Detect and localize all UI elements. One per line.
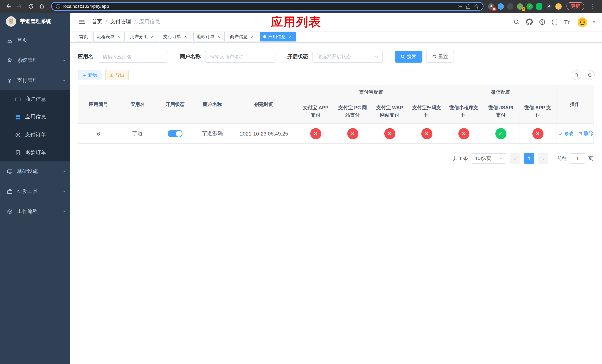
trash-icon bbox=[579, 131, 583, 136]
sidebar-item-refund-orders[interactable]: 退款订单 bbox=[0, 144, 70, 161]
prev-page-button[interactable]: ‹ bbox=[510, 153, 520, 164]
extension-green-badge-icon[interactable]: 1 bbox=[517, 3, 523, 10]
sidebar-item-pay-orders[interactable]: 支付订单 bbox=[0, 126, 70, 144]
extension-check-icon[interactable]: ✓ bbox=[527, 3, 533, 10]
github-icon[interactable] bbox=[526, 19, 533, 25]
toggle-search-button[interactable] bbox=[572, 70, 581, 80]
status-label: 开启状态 bbox=[287, 53, 308, 60]
table-row: 6 芋道 芋道源码 2021-10-23 08:49:25 × × × × × bbox=[78, 124, 593, 143]
goto-page-input[interactable] bbox=[570, 153, 585, 164]
font-size-icon[interactable]: TT bbox=[564, 19, 570, 25]
tab-process-form[interactable]: 流程表单 × bbox=[93, 32, 125, 42]
sidebar-item-workflow[interactable]: 工作流程 bbox=[0, 202, 70, 221]
page-number-button[interactable]: 1 bbox=[524, 153, 534, 164]
avatar-caret-icon[interactable]: ▼ bbox=[592, 20, 596, 24]
bookmark-star-icon[interactable] bbox=[473, 3, 479, 9]
browser-update-button[interactable]: 更新 bbox=[567, 2, 584, 10]
col-header-actions: 操作 bbox=[556, 85, 593, 124]
extensions-area: 10 1 ✓ 更新 ⋮ bbox=[488, 2, 598, 10]
extension-avatar-icon[interactable] bbox=[555, 3, 562, 10]
search-button[interactable]: 搜索 bbox=[395, 51, 422, 63]
tab-refund-orders[interactable]: 退款订单 × bbox=[193, 32, 225, 42]
refresh-table-button[interactable] bbox=[585, 70, 595, 80]
extension-puzzle-icon[interactable]: 10 bbox=[488, 3, 494, 10]
export-button[interactable]: 导出 bbox=[105, 70, 129, 80]
sidebar-item-system[interactable]: ⚙ 系统管理 bbox=[0, 50, 70, 70]
sidebar-item-merchant-info[interactable]: 商户信息 bbox=[0, 90, 70, 108]
breadcrumb-home[interactable]: 首页 bbox=[92, 19, 102, 25]
close-icon[interactable]: × bbox=[150, 34, 155, 39]
tab-label: 首页 bbox=[79, 33, 88, 40]
close-icon[interactable]: × bbox=[288, 34, 293, 39]
screen: localhost:1024/pay/app 10 1 ✓ bbox=[0, 0, 602, 364]
cell-app-id: 6 bbox=[78, 124, 119, 143]
breadcrumb-current: 应用信息 bbox=[139, 19, 160, 25]
back-icon[interactable] bbox=[4, 1, 13, 11]
extension-wechat-icon[interactable] bbox=[536, 3, 542, 10]
alipay-app-status-icon: × bbox=[310, 128, 321, 139]
next-page-button[interactable]: › bbox=[538, 153, 548, 164]
chevron-down-icon bbox=[375, 55, 379, 59]
forward-icon[interactable] bbox=[15, 1, 24, 11]
close-icon[interactable]: × bbox=[249, 34, 255, 39]
help-icon[interactable] bbox=[539, 19, 545, 25]
reset-button[interactable]: 重置 bbox=[426, 51, 454, 63]
tab-home[interactable]: 首页 bbox=[76, 32, 91, 42]
sidebar-item-app-info[interactable]: 应用信息 bbox=[0, 108, 70, 126]
sidebar-item-label: 支付管理 bbox=[17, 77, 57, 84]
tab-user-group[interactable]: 用户分组 × bbox=[127, 32, 158, 42]
pencil-icon bbox=[559, 131, 563, 136]
pagination: 共 1 条 10条/页 ‹ 1 › 前往 页 bbox=[78, 153, 593, 164]
col-header-alipay-pc: 支付宝 PC 网站支付 bbox=[334, 99, 371, 124]
col-header-app-id: 应用编号 bbox=[78, 85, 119, 124]
tab-pay-orders[interactable]: 支付订单 × bbox=[160, 32, 191, 42]
close-icon[interactable]: × bbox=[116, 34, 121, 39]
sidebar-item-dev-tools[interactable]: 研发工具 bbox=[0, 182, 70, 202]
tab-app-info[interactable]: 应用信息 × bbox=[260, 32, 296, 42]
reload-icon[interactable] bbox=[26, 1, 35, 11]
password-key-icon[interactable] bbox=[457, 3, 463, 9]
app-name-input[interactable] bbox=[98, 51, 168, 63]
app-logo-row[interactable]: 芋道管理系统 bbox=[0, 13, 70, 30]
sidebar-item-infrastructure[interactable]: 基础设施 bbox=[0, 161, 70, 182]
extension-dark-icon[interactable] bbox=[507, 3, 514, 10]
edit-link[interactable]: 修改 bbox=[559, 130, 573, 137]
col-header-wechat-jsapi: 微信 JSAPI 支付 bbox=[482, 99, 519, 124]
wechat-jsapi-status-icon: ✓ bbox=[495, 128, 506, 139]
enabled-toggle[interactable] bbox=[168, 130, 182, 137]
share-icon[interactable] bbox=[465, 3, 471, 9]
url-bar[interactable]: localhost:1024/pay/app bbox=[51, 2, 484, 11]
tab-merchant-info[interactable]: 商户信息 × bbox=[226, 32, 258, 42]
group-header-wechat: 微信配置 bbox=[445, 85, 556, 99]
sidebar: 芋道管理系统 首页 ⚙ 系统管理 ¥ 支付管理 bbox=[0, 13, 70, 364]
close-icon[interactable]: × bbox=[183, 34, 188, 39]
chevron-up-icon bbox=[62, 78, 66, 82]
sidebar-item-home[interactable]: 首页 bbox=[0, 30, 70, 50]
refresh-icon bbox=[588, 73, 592, 77]
cell-merchant: 芋道源码 bbox=[194, 124, 231, 143]
dashboard-icon bbox=[7, 37, 13, 43]
url-text[interactable]: localhost:1024/pay/app bbox=[63, 4, 455, 9]
sidebar-item-payment[interactable]: ¥ 支付管理 bbox=[0, 70, 70, 90]
page-size-select[interactable]: 10条/页 bbox=[472, 153, 506, 164]
chevron-down-icon bbox=[62, 58, 66, 62]
tab-label: 商户信息 bbox=[230, 33, 248, 40]
delete-link[interactable]: 删除 bbox=[579, 130, 593, 137]
breadcrumb-payment[interactable]: 支付管理 bbox=[110, 19, 131, 25]
close-icon[interactable]: × bbox=[216, 34, 221, 39]
monitor-icon bbox=[7, 169, 13, 174]
search-icon[interactable] bbox=[514, 19, 520, 25]
page-title: 应用列表 bbox=[271, 14, 321, 30]
browser-menu-icon[interactable]: ⋮ bbox=[588, 3, 597, 10]
sidebar-collapse-icon[interactable] bbox=[76, 19, 87, 25]
cell-app-name: 芋道 bbox=[119, 124, 156, 143]
home-icon[interactable] bbox=[37, 1, 47, 11]
site-info-icon[interactable] bbox=[55, 4, 61, 9]
merchant-name-input[interactable] bbox=[205, 51, 275, 63]
add-button[interactable]: 新增 bbox=[78, 70, 101, 80]
fullscreen-icon[interactable] bbox=[552, 19, 558, 25]
status-select[interactable]: 请选择开启状态 bbox=[312, 51, 383, 63]
extension-pin-icon[interactable] bbox=[546, 3, 552, 10]
user-avatar[interactable] bbox=[576, 16, 589, 28]
extension-blue-icon[interactable] bbox=[498, 3, 504, 10]
